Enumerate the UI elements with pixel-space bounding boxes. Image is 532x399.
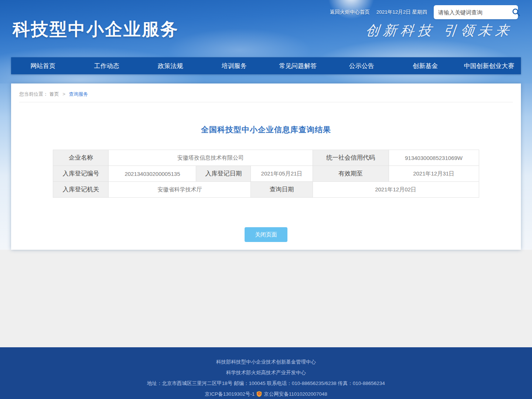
breadcrumb-home-link[interactable]: 首页: [50, 91, 59, 97]
reg-number-value: 202134030200005135: [109, 166, 196, 182]
icp-license-link[interactable]: 京ICP备13019302号-1: [205, 389, 255, 399]
result-table: 企业名称 安徽塔孜信息技术有限公司 统一社会信用代码 9134030008523…: [53, 150, 479, 198]
site-logo: 科技型中小企业服务: [13, 18, 179, 41]
police-badge-icon: [256, 391, 262, 397]
query-date-label: 查询日期: [251, 182, 313, 198]
nav-item-home[interactable]: 网站首页: [11, 57, 75, 74]
table-row: 入库登记编号 202134030200005135 入库登记日期 2021年05…: [53, 166, 479, 182]
valid-until-value: 2021年12月31日: [389, 166, 479, 182]
breadcrumb-current-link[interactable]: 查询服务: [69, 91, 88, 97]
credit-code-label: 统一社会信用代码: [313, 150, 389, 166]
nav-item-policies[interactable]: 政策法规: [139, 57, 202, 74]
site-slogan: 创新科技 引领未来: [365, 21, 514, 40]
header-top-bar: 返回火炬中心首页 2021年12月2日 星期四: [330, 5, 518, 19]
table-row: 入库登记机关 安徽省科学技术厅 查询日期 2021年12月02日: [53, 182, 479, 198]
lower-background: [0, 250, 532, 347]
page-footer: 科技部科技型中小企业技术创新基金管理中心 科学技术部火炬高技术产业开发中心 地址…: [0, 347, 532, 399]
header-banner: 科技型中小企业服务 创新科技 引领未来 返回火炬中心首页 2021年12月2日 …: [0, 0, 532, 57]
nav-item-innovation-fund[interactable]: 创新基金: [393, 57, 457, 74]
search-box[interactable]: [434, 5, 518, 19]
search-icon: [512, 8, 521, 17]
nav-item-training[interactable]: 培训服务: [202, 57, 266, 74]
content-background: 您当前位置： 首页 > 查询服务 全国科技型中小企业信息库查询结果 企业名称 安…: [0, 83, 532, 250]
valid-until-label: 有效期至: [313, 166, 389, 182]
footer-org-line-2: 科学技术部火炬高技术产业开发中心: [0, 367, 532, 378]
search-input[interactable]: [438, 9, 512, 16]
company-name-value: 安徽塔孜信息技术有限公司: [109, 150, 313, 166]
nav-item-announcements[interactable]: 公示公告: [330, 57, 394, 74]
main-navigation: 网站首页 工作动态 政策法规 培训服务 常见问题解答 公示公告 创新基金 中国创…: [11, 57, 521, 74]
reg-agency-label: 入库登记机关: [53, 182, 109, 198]
table-row: 企业名称 安徽塔孜信息技术有限公司 统一社会信用代码 9134030008523…: [53, 150, 479, 166]
breadcrumb: 您当前位置： 首页 > 查询服务: [19, 83, 513, 102]
nav-item-innovation-contest[interactable]: 中国创新创业大赛: [457, 57, 521, 74]
page-title: 全国科技型中小企业信息库查询结果: [11, 125, 521, 135]
page-header: 科技型中小企业服务 创新科技 引领未来 返回火炬中心首页 2021年12月2日 …: [0, 0, 532, 83]
reg-number-label: 入库登记编号: [53, 166, 109, 182]
search-button[interactable]: [512, 7, 521, 18]
security-record-link[interactable]: 京公网安备11010202007048: [264, 389, 327, 399]
reg-date-value: 2021年05月21日: [251, 166, 313, 182]
torch-center-home-link[interactable]: 返回火炬中心首页: [330, 5, 370, 19]
close-page-button[interactable]: 关闭页面: [245, 227, 287, 242]
nav-item-faq[interactable]: 常见问题解答: [266, 57, 330, 74]
footer-org-line-1: 科技部科技型中小企业技术创新基金管理中心: [0, 357, 532, 367]
footer-address-line: 地址：北京市西城区三里河二区甲18号 邮编：100045 联系电话：010-88…: [0, 378, 532, 389]
result-card: 您当前位置： 首页 > 查询服务 全国科技型中小企业信息库查询结果 企业名称 安…: [11, 83, 521, 250]
credit-code-value: 91340300085231069W: [389, 150, 479, 166]
breadcrumb-prefix: 您当前位置：: [19, 91, 48, 97]
company-name-label: 企业名称: [53, 150, 109, 166]
footer-registration-line: 京ICP备13019302号-1 京公网安备11010202007048: [0, 389, 532, 399]
current-date: 2021年12月2日 星期四: [376, 5, 427, 19]
nav-item-work-updates[interactable]: 工作动态: [75, 57, 139, 74]
breadcrumb-separator: >: [62, 91, 65, 97]
reg-date-label: 入库登记日期: [196, 166, 251, 182]
query-date-value: 2021年12月02日: [313, 182, 479, 198]
reg-agency-value: 安徽省科学技术厅: [109, 182, 251, 198]
